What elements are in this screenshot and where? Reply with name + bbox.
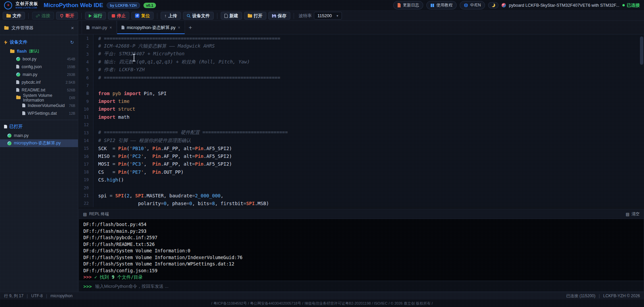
file-size: 2.5KB xyxy=(65,80,75,84)
connection-status-label: 已连接 xyxy=(627,2,640,8)
line-number: 20 xyxy=(79,184,93,192)
file-row[interactable]: boot.py454B xyxy=(0,55,78,63)
device-files-section-title: 设备文件 xyxy=(10,39,27,45)
code-text: import math xyxy=(93,114,130,120)
file-row[interactable]: pybcdc.inf2.5KB xyxy=(0,78,78,86)
code-line: 14# SPI2 引脚 —— 根据你的硬件原理图确认 xyxy=(79,137,644,144)
code-text: # ======================================… xyxy=(93,36,280,41)
repl-input-placeholder: 输入MicroPython命令，按回车发送 ... xyxy=(95,283,168,289)
opened-file-name: main.py xyxy=(14,133,29,138)
file-row[interactable]: IndexerVolumeGuid76B xyxy=(0,102,78,109)
toolbar: 文件 连接 断开 运行 停止 ↺ 复位 ↑ 上传 设备文件 新建 打开 保存 xyxy=(0,11,644,21)
baud-rate-value: 115200 xyxy=(318,13,332,18)
toolbar-separator xyxy=(217,13,217,19)
play-icon xyxy=(89,14,92,18)
code-text: # ======================================… xyxy=(93,75,280,80)
device-files-button[interactable]: 设备文件 xyxy=(183,12,214,20)
opened-file[interactable]: main.py xyxy=(0,132,78,139)
terminal-line: DF:f:/flash/System Volume Information/WP… xyxy=(83,261,639,268)
editor-tab[interactable]: micropython-姿态解算.py× xyxy=(117,21,185,34)
save-button[interactable]: 保存 xyxy=(268,12,290,20)
close-icon[interactable]: × xyxy=(178,25,180,30)
disconnect-button[interactable]: 断开 xyxy=(56,12,78,20)
line-number: 18 xyxy=(79,168,93,176)
editor-tab-bar: main.py×micropython-姿态解算.py× + xyxy=(79,21,644,34)
code-text: # SPI2 引脚 —— 根据你的硬件原理图确认 xyxy=(93,138,191,144)
code-line: 8from pyb import Pin, SPI xyxy=(79,89,644,97)
file-row[interactable]: main.py293B xyxy=(0,71,78,78)
status-divider: | xyxy=(46,294,47,298)
tutorial-button[interactable]: 使用教程 xyxy=(426,1,457,9)
encoding: UTF-8 xyxy=(31,294,43,298)
file-size: 526B xyxy=(67,88,75,92)
repl-header: ▤ REPL 终端 ▤ 清空 xyxy=(79,210,644,219)
editor-scrollbar[interactable] xyxy=(640,36,643,65)
code-line: 12 xyxy=(79,121,644,129)
python-file-icon xyxy=(16,57,20,61)
file-icon xyxy=(16,88,19,92)
repl-input-row[interactable]: >>> 输入MicroPython命令，按回车发送 ... xyxy=(79,281,644,291)
file-icon xyxy=(16,80,19,84)
code-text: CS.high() xyxy=(93,177,124,183)
language-label: 中/EN xyxy=(470,2,481,8)
disconnect-label: 断开 xyxy=(65,13,74,19)
run-button[interactable]: 运行 xyxy=(85,12,106,20)
folder-icon xyxy=(10,49,15,53)
page-footer: / 粤ICP备11084592号 / 粤公网安备44030402005718号 … xyxy=(0,300,644,307)
code-text: # 输出: 四元数 (q0,q1,q2,q3) + 欧拉角 (Roll, Pit… xyxy=(93,59,250,65)
file-row[interactable]: WPSettings.dat12B xyxy=(0,109,78,117)
file-row[interactable]: System Volume InformationDIR xyxy=(0,94,78,102)
line-number: 14 xyxy=(79,137,93,144)
new-tab-button[interactable]: + xyxy=(185,21,196,34)
tutorial-label: 使用教程 xyxy=(436,2,453,8)
line-number: 1 xyxy=(79,34,93,42)
file-name: config.json xyxy=(22,64,42,69)
moon-icon xyxy=(491,3,495,7)
open-file-button[interactable]: 打开 xyxy=(244,12,266,20)
refresh-icon[interactable]: ↻ xyxy=(70,40,74,45)
code-line: 20 xyxy=(79,184,644,192)
logo-text: 立创开发板 WWW.LCKFB.COM xyxy=(16,2,38,9)
file-menu-button[interactable]: 文件 xyxy=(3,12,25,20)
code-line: 10import struct xyxy=(79,105,644,113)
stop-button[interactable]: 停止 xyxy=(108,12,129,20)
code-line: 2# ICM-42688-P 六轴姿态解算 —— Madgwick AHRS xyxy=(79,42,644,50)
code-line: 1# =====================================… xyxy=(79,34,644,42)
terminal-lines-icon: ▤ xyxy=(626,212,629,217)
file-row[interactable]: config.json159B xyxy=(0,63,78,71)
tab-label: micropython-姿态解算.py xyxy=(127,25,176,31)
code-line: 11import math xyxy=(79,113,644,121)
tree-root-flash[interactable]: flash [默认] xyxy=(0,47,78,55)
line-number: 19 xyxy=(79,176,93,184)
toolbar-separator xyxy=(157,13,157,19)
editor-tab[interactable]: main.py× xyxy=(82,21,117,34)
line-number: 6 xyxy=(79,74,93,81)
file-manager-panel: 文件管理器 × 设备文件 ↻ flash [默认] boot.py454Bcon… xyxy=(0,21,78,292)
terminal-line: DF:f:/flash/boot.py:454 xyxy=(83,221,639,228)
connect-button[interactable]: 连接 xyxy=(32,12,54,20)
reset-button[interactable]: ↺ 复位 xyxy=(131,12,154,20)
new-file-button[interactable]: 新建 xyxy=(221,12,242,20)
status-divider: | xyxy=(27,294,28,298)
theme-toggle-button[interactable] xyxy=(488,2,499,8)
code-editor[interactable]: 1# =====================================… xyxy=(79,34,644,207)
plug-icon xyxy=(60,14,64,18)
changelog-button[interactable]: 更新日志 xyxy=(393,1,423,9)
close-icon[interactable]: × xyxy=(110,25,112,30)
upload-button[interactable]: ↑ 上传 xyxy=(161,12,181,20)
line-number: 16 xyxy=(79,152,93,160)
baud-rate-select[interactable]: 115200 ▾ xyxy=(314,12,342,20)
clear-terminal-button[interactable]: ▤ 清空 xyxy=(626,211,640,217)
tab-label: main.py xyxy=(92,25,107,30)
check-icon: ✓ xyxy=(95,274,100,280)
opened-file-active[interactable]: micropython-姿态解算.py xyxy=(0,139,78,147)
version-badge: v0.1 xyxy=(143,3,156,8)
code-line: 22 polarity=0, phase=0, bits=8, firstbit… xyxy=(79,199,644,207)
chevron-down-icon: ▾ xyxy=(337,14,338,18)
language-toggle-button[interactable]: 中/EN xyxy=(460,1,485,9)
toolbar-separator xyxy=(81,13,82,19)
file-size: 159B xyxy=(67,65,75,69)
close-icon[interactable]: × xyxy=(71,25,74,31)
reset-label: 复位 xyxy=(141,13,150,19)
file-menu-label: 文件 xyxy=(12,13,21,19)
